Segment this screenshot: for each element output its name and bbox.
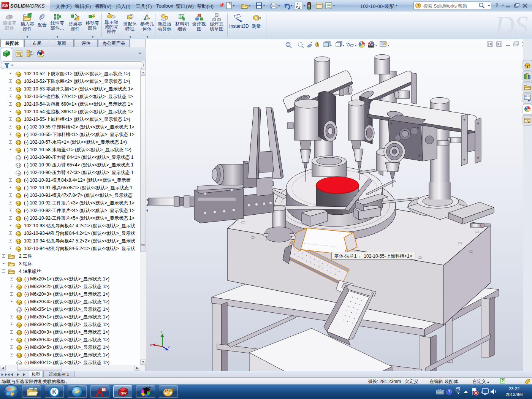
svg-text:K: K <box>52 389 57 395</box>
svg-text:X: X <box>150 343 152 347</box>
svg-text:Y: Y <box>160 330 163 334</box>
svg-text:?: ? <box>448 390 451 394</box>
svg-text:SW: SW <box>121 391 127 395</box>
svg-text:Z: Z <box>168 345 170 349</box>
svg-text:10: 10 <box>103 390 105 392</box>
